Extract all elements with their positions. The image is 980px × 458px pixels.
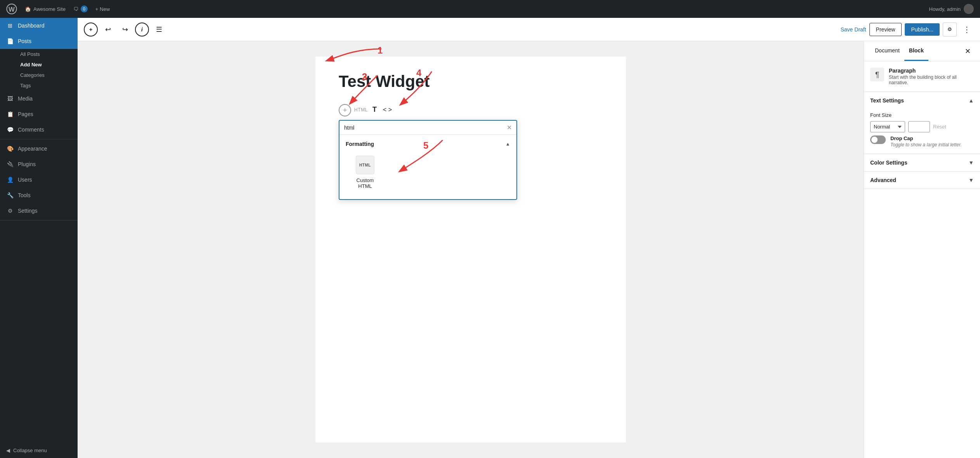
color-settings-header[interactable]: Color Settings ▼ — [864, 154, 980, 171]
add-block-toolbar-btn[interactable]: + — [84, 23, 98, 36]
sidebar-separator-2 — [0, 220, 78, 220]
right-panel: Document Block ✕ ¶ Paragraph Start with … — [864, 41, 980, 458]
drop-cap-toggle[interactable] — [870, 135, 886, 144]
tools-icon: 🔧 — [6, 191, 14, 199]
sidebar-item-appearance[interactable]: 🎨 Appearance — [0, 141, 78, 156]
admin-bar-left: W 🏠 Awesome Site 🗨 0 + New — [6, 3, 921, 14]
add-block-btn[interactable]: + — [339, 104, 351, 116]
block-icon-box: ¶ — [870, 68, 884, 82]
more-options-button[interactable]: ⋮ — [960, 23, 974, 36]
search-input-row: ✕ — [339, 121, 516, 135]
list-view-btn[interactable]: ☰ — [152, 23, 166, 36]
info-btn[interactable]: i — [135, 23, 149, 36]
toggle-slider — [870, 135, 886, 144]
settings-icon: ⚙ — [6, 207, 14, 215]
block-search-input[interactable] — [344, 125, 504, 131]
sidebar-item-comments[interactable]: 💬 Comments — [0, 122, 78, 137]
block-area: 2 3 — [339, 102, 603, 200]
sidebar-item-label: Comments — [18, 127, 44, 133]
text-settings-body: Font Size Normal Small Medium Large Huge — [864, 109, 980, 154]
svg-text:W: W — [9, 6, 15, 13]
save-draft-button[interactable]: Save Draft — [840, 26, 866, 33]
sidebar-submenu-categories[interactable]: Categories — [14, 70, 78, 80]
sidebar-item-label: Plugins — [18, 161, 36, 167]
search-clear-btn[interactable]: ✕ — [507, 124, 512, 131]
search-section-header: Formatting ▲ — [346, 141, 510, 147]
post-title[interactable]: Test Widget — [339, 72, 603, 91]
custom-html-result[interactable]: HTML Custom HTML — [346, 152, 384, 193]
editor-toolbar: + ↩ ↪ i ☰ Save Draft Preview Publish... … — [78, 18, 980, 41]
sidebar-submenu-add-new[interactable]: Add New — [14, 59, 78, 70]
sidebar-item-label: Dashboard — [18, 23, 45, 29]
drop-cap-hint: Toggle to show a large initial letter. — [890, 142, 974, 147]
advanced-header[interactable]: Advanced ▼ — [864, 172, 980, 189]
sidebar-submenu-all-posts[interactable]: All Posts — [14, 49, 78, 59]
text-settings-header[interactable]: Text Settings ▲ — [864, 92, 980, 109]
collapse-icon: ◀ — [6, 448, 10, 453]
sidebar-item-label: Users — [18, 177, 32, 183]
drop-cap-label: Drop Cap — [890, 135, 974, 141]
html-block-icon: HTML — [356, 156, 374, 174]
panel-tabs: Document Block ✕ — [864, 41, 980, 61]
block-info: ¶ Paragraph Start with the building bloc… — [864, 61, 980, 92]
font-size-label: Font Size — [870, 112, 974, 118]
sidebar-item-label: Appearance — [18, 146, 47, 152]
sidebar-item-posts[interactable]: 📄 Posts — [0, 33, 78, 49]
sidebar-item-tools[interactable]: 🔧 Tools — [0, 187, 78, 203]
posts-icon: 📄 — [6, 37, 14, 45]
sidebar-item-media[interactable]: 🖼 Media — [0, 91, 78, 106]
preview-button[interactable]: Preview — [869, 23, 902, 36]
editor-settings-button[interactable]: ⚙ — [943, 23, 957, 36]
sidebar-submenu-tags[interactable]: Tags — [14, 80, 78, 91]
block-inserter-row: 3 — [339, 102, 603, 117]
site-name-item[interactable]: 🏠 Awesome Site — [25, 6, 66, 12]
text-settings-section: Text Settings ▲ Font Size Normal Small M… — [864, 92, 980, 154]
sidebar-separator-1 — [0, 139, 78, 139]
typography-btn[interactable]: T — [371, 104, 378, 115]
collapse-label: Collapse menu — [13, 448, 47, 453]
comment-icon: 🗨 — [73, 6, 78, 12]
sidebar-item-dashboard[interactable]: ⊞ Dashboard — [0, 18, 78, 33]
wp-logo-icon: W — [6, 3, 17, 14]
sidebar: ⊞ Dashboard 📄 Posts All Posts Add New Ca… — [0, 18, 78, 458]
sidebar-item-pages[interactable]: 📋 Pages — [0, 106, 78, 122]
section-chevron-icon: ▲ — [506, 141, 510, 147]
admin-bar: W 🏠 Awesome Site 🗨 0 + New Howdy, admin — [0, 0, 980, 18]
admin-bar-right: Howdy, admin — [929, 4, 974, 14]
new-label: + New — [95, 6, 110, 12]
gear-icon: ⚙ — [947, 26, 952, 32]
font-size-select[interactable]: Normal Small Medium Large Huge — [870, 121, 905, 132]
publish-button[interactable]: Publish... — [905, 23, 940, 36]
block-name: Paragraph — [889, 68, 974, 74]
sidebar-item-plugins[interactable]: 🔌 Plugins — [0, 156, 78, 172]
html-result-wrapper: 5 — [346, 152, 510, 193]
sidebar-item-settings[interactable]: ⚙ Settings — [0, 203, 78, 219]
custom-html-label: Custom HTML — [350, 177, 381, 189]
tab-document[interactable]: Document — [870, 41, 904, 61]
paragraph-icon: ¶ — [875, 70, 880, 79]
users-icon: 👤 — [6, 176, 14, 184]
text-settings-title: Text Settings — [870, 97, 904, 104]
comments-item[interactable]: 🗨 0 — [73, 5, 88, 12]
posts-submenu: All Posts Add New Categories Tags — [0, 49, 78, 91]
reset-button[interactable]: Reset — [933, 124, 946, 130]
wp-logo-item[interactable]: W — [6, 3, 17, 14]
color-settings-section: Color Settings ▼ — [864, 154, 980, 172]
redo-btn[interactable]: ↪ — [118, 23, 132, 36]
undo-btn[interactable]: ↩ — [101, 23, 115, 36]
font-size-input[interactable] — [908, 121, 930, 132]
tab-block[interactable]: Block — [904, 41, 928, 61]
drop-cap-row: Drop Cap Toggle to show a large initial … — [870, 135, 974, 147]
panel-close-btn[interactable]: ✕ — [961, 45, 974, 57]
sidebar-item-label: Media — [18, 95, 33, 102]
code-view-btn[interactable]: < > — [381, 105, 393, 115]
editor-body: Test Widget 1 — [78, 41, 980, 458]
howdy-text: Howdy, admin — [929, 4, 974, 14]
block-inline-toolbar: HTML T < > — [354, 104, 393, 115]
avatar — [964, 4, 974, 14]
sidebar-item-users[interactable]: 👤 Users — [0, 172, 78, 187]
home-icon: 🏠 — [25, 6, 31, 12]
new-item[interactable]: + New — [95, 6, 110, 12]
collapse-menu[interactable]: ◀ Collapse menu — [0, 443, 78, 458]
sidebar-item-label: Posts — [18, 38, 31, 44]
